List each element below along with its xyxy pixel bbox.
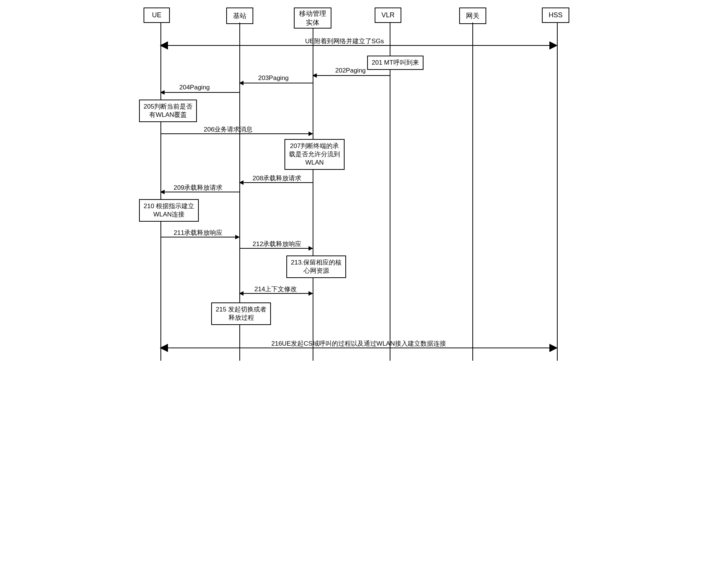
box-210-line2: WLAN连接 xyxy=(144,210,194,219)
label-216: 216UE发起CS域呼叫的过程以及通过WLAN接入建立数据连接 xyxy=(271,339,446,348)
participant-mme-line1: 移动管理 xyxy=(299,9,326,18)
arrow-204 xyxy=(160,92,239,93)
label-203: 203Paging xyxy=(258,74,289,82)
box-205-line1: 205判断当前是否 xyxy=(144,103,192,111)
box-207-line1: 207判断终端的承 xyxy=(289,142,340,150)
box-215: 215 发起切换或者 释放过程 xyxy=(211,302,271,325)
box-207-line3: WLAN xyxy=(289,159,340,167)
label-212: 212承载释放响应 xyxy=(253,240,301,248)
label-attach: UE附着到网络并建立了SGs xyxy=(305,37,384,45)
participant-bs: 基站 xyxy=(226,8,253,24)
box-213-line1: 213.保留相应的核 xyxy=(291,258,342,267)
arrow-202 xyxy=(313,75,390,76)
participant-mme: 移动管理 实体 xyxy=(294,8,331,29)
box-210-line1: 210 根据指示建立 xyxy=(144,202,194,210)
box-201: 201 MT呼叫到来 xyxy=(367,56,424,70)
arrow-203 xyxy=(239,83,313,83)
participant-vlr: VLR xyxy=(375,8,401,23)
box-207: 207判断终端的承 载是否允许分流到 WLAN xyxy=(284,139,345,170)
lifeline-gw xyxy=(472,23,473,361)
label-211: 211承载释放响应 xyxy=(174,228,222,237)
label-204: 204Paging xyxy=(179,84,210,91)
lifeline-vlr xyxy=(390,23,390,361)
box-215-line2: 释放过程 xyxy=(216,314,266,322)
label-214: 214上下文修改 xyxy=(254,285,297,293)
lifeline-hss xyxy=(557,23,558,361)
box-213: 213.保留相应的核 心网资源 xyxy=(286,255,346,278)
label-209: 209承载释放请求 xyxy=(174,183,222,192)
participant-hss: HSS xyxy=(542,8,569,23)
participant-mme-line2: 实体 xyxy=(299,18,326,27)
lifeline-mme xyxy=(313,29,313,361)
box-215-line1: 215 发起切换或者 xyxy=(216,305,266,314)
label-202: 202Paging xyxy=(335,67,366,74)
box-207-line2: 载是否允许分流到 xyxy=(289,150,340,159)
box-210: 210 根据指示建立 WLAN连接 xyxy=(139,199,199,222)
sequence-diagram: UE 基站 移动管理 实体 VLR 网关 HSS UE附着到网络并建立了SGs … xyxy=(136,8,587,376)
participant-ue: UE xyxy=(144,8,170,23)
label-208: 208承载释放请求 xyxy=(253,174,301,183)
participant-gw: 网关 xyxy=(459,8,486,24)
box-205: 205判断当前是否 有WLAN覆盖 xyxy=(139,100,197,122)
label-206: 206业务请求消息 xyxy=(204,125,253,134)
box-213-line2: 心网资源 xyxy=(291,267,342,275)
box-205-line2: 有WLAN覆盖 xyxy=(144,111,192,119)
